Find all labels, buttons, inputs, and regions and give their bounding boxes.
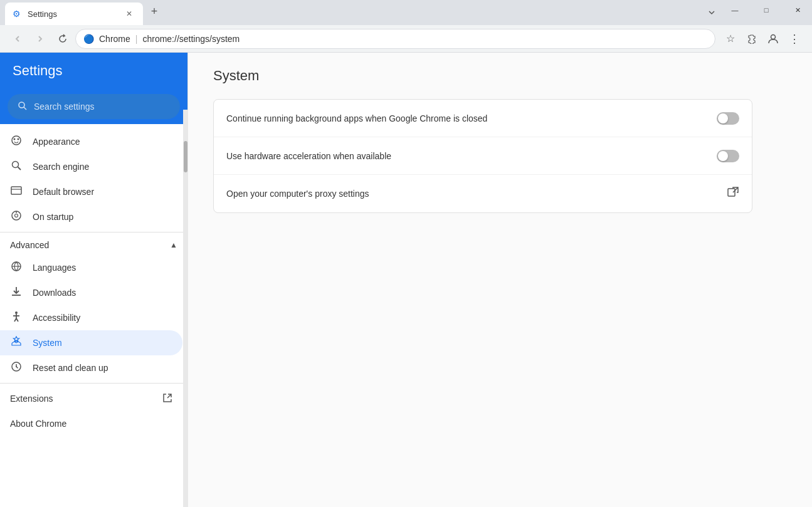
sidebar-item-search-engine-label: Search engine	[33, 162, 89, 172]
svg-rect-8	[11, 187, 21, 194]
sidebar-item-accessibility-label: Accessibility	[33, 313, 80, 323]
system-settings-card: Continue running background apps when Go…	[213, 99, 752, 213]
sidebar-item-default-browser[interactable]: Default browser	[0, 179, 182, 204]
system-icon	[10, 336, 23, 350]
tab-strip-controls[interactable]	[703, 4, 720, 21]
sidebar-item-appearance-label: Appearance	[33, 137, 80, 147]
sidebar-item-reset[interactable]: Reset and clean up	[0, 355, 182, 380]
background-apps-label: Continue running background apps when Go…	[226, 113, 717, 123]
downloads-icon	[10, 286, 23, 300]
sidebar-item-system-label: System	[33, 338, 62, 348]
proxy-settings-label: Open your computer's proxy settings	[226, 189, 727, 199]
extensions-button[interactable]	[742, 29, 762, 49]
extensions-label: Extensions	[10, 394, 152, 404]
search-section: Search settings	[0, 89, 187, 124]
minimize-button[interactable]: —	[720, 0, 749, 20]
sidebar-item-reset-label: Reset and clean up	[33, 363, 108, 373]
reload-button[interactable]	[53, 29, 73, 49]
sidebar-item-about[interactable]: About Chrome	[0, 411, 182, 436]
tab-close-button[interactable]: ✕	[123, 8, 135, 20]
accessibility-icon	[10, 311, 23, 325]
svg-line-2	[24, 107, 26, 110]
svg-line-7	[18, 167, 21, 170]
sidebar-item-search-engine[interactable]: Search engine	[0, 154, 182, 179]
svg-point-1	[19, 102, 24, 108]
toolbar-icons: ☆ ⋮	[720, 29, 804, 49]
languages-icon	[10, 261, 23, 274]
settings-header: Settings	[0, 53, 187, 89]
search-box[interactable]: Search settings	[8, 94, 180, 119]
advanced-chevron-icon: ▲	[170, 241, 177, 249]
main-content: System Continue running background apps …	[188, 53, 812, 507]
search-placeholder-text: Search settings	[34, 102, 95, 112]
sidebar-scrollbar-thumb[interactable]	[184, 141, 187, 172]
address-url: chrome://settings/system	[142, 34, 240, 44]
proxy-settings-row: Open your computer's proxy settings	[214, 175, 752, 212]
site-favicon: 🔵	[83, 34, 94, 44]
svg-point-16	[15, 311, 18, 314]
bookmark-button[interactable]: ☆	[720, 29, 741, 49]
background-apps-toggle[interactable]	[717, 112, 739, 125]
advanced-section-header[interactable]: Advanced ▲	[0, 235, 187, 255]
sidebar-divider-2	[0, 383, 187, 384]
sidebar-navigation: Appearance Search engine Default browser	[0, 124, 187, 441]
forward-button[interactable]	[30, 29, 50, 49]
extensions-external-link-icon	[162, 393, 172, 405]
sidebar-item-downloads-label: Downloads	[33, 288, 76, 298]
sidebar-item-languages[interactable]: Languages	[0, 255, 182, 280]
reset-icon	[10, 361, 23, 375]
on-startup-icon	[10, 210, 23, 224]
hardware-acceleration-toggle[interactable]	[717, 150, 739, 162]
sidebar-item-default-browser-label: Default browser	[33, 187, 94, 197]
search-engine-icon	[10, 160, 23, 174]
default-browser-icon	[10, 185, 23, 199]
svg-point-23	[16, 366, 17, 367]
sidebar-divider-1	[0, 232, 187, 233]
sidebar-item-downloads[interactable]: Downloads	[0, 280, 182, 305]
sidebar-item-accessibility[interactable]: Accessibility	[0, 305, 182, 330]
sidebar-item-system[interactable]: System	[0, 330, 182, 355]
page-title: System	[213, 68, 787, 84]
background-apps-row: Continue running background apps when Go…	[214, 100, 752, 137]
settings-page: Settings Search settings	[0, 53, 812, 507]
svg-point-3	[12, 136, 21, 145]
navigation-bar: 🔵 Chrome | chrome://settings/system ☆ ⋮	[0, 25, 812, 53]
profile-button[interactable]	[763, 29, 783, 49]
search-icon	[18, 101, 28, 113]
svg-point-6	[13, 162, 19, 168]
proxy-external-link-icon[interactable]	[727, 186, 739, 202]
address-bar[interactable]: 🔵 Chrome | chrome://settings/system	[75, 29, 715, 49]
window-controls: — □ ✕	[720, 0, 812, 25]
about-label: About Chrome	[10, 419, 66, 429]
browser-frame: ⚙ Settings ✕ + — □ ✕	[0, 0, 812, 507]
svg-point-5	[18, 139, 19, 140]
svg-point-0	[771, 34, 776, 39]
tab-favicon: ⚙	[13, 9, 23, 19]
sidebar-item-languages-label: Languages	[33, 263, 76, 273]
svg-point-4	[14, 139, 16, 140]
address-origin: Chrome	[99, 34, 130, 44]
sidebar-item-on-startup-label: On startup	[33, 212, 73, 222]
maximize-button[interactable]: □	[752, 0, 781, 20]
advanced-label: Advanced	[10, 240, 49, 250]
sidebar-item-on-startup[interactable]: On startup	[0, 204, 182, 229]
tab-title: Settings	[28, 9, 118, 19]
appearance-icon	[10, 135, 23, 149]
sidebar-item-appearance[interactable]: Appearance	[0, 129, 182, 154]
hardware-acceleration-label: Use hardware acceleration when available	[226, 151, 717, 161]
back-button[interactable]	[8, 29, 28, 49]
new-tab-button[interactable]: +	[145, 3, 163, 20]
svg-line-20	[16, 318, 18, 321]
address-divider: |	[135, 34, 138, 44]
sidebar-item-extensions[interactable]: Extensions	[0, 386, 182, 411]
close-button[interactable]: ✕	[783, 0, 812, 20]
active-tab[interactable]: ⚙ Settings ✕	[5, 3, 143, 25]
svg-rect-24	[728, 189, 735, 196]
svg-point-11	[15, 214, 18, 217]
sidebar-scrollbar-track	[183, 110, 188, 507]
hardware-acceleration-row: Use hardware acceleration when available	[214, 137, 752, 175]
menu-button[interactable]: ⋮	[784, 29, 804, 49]
